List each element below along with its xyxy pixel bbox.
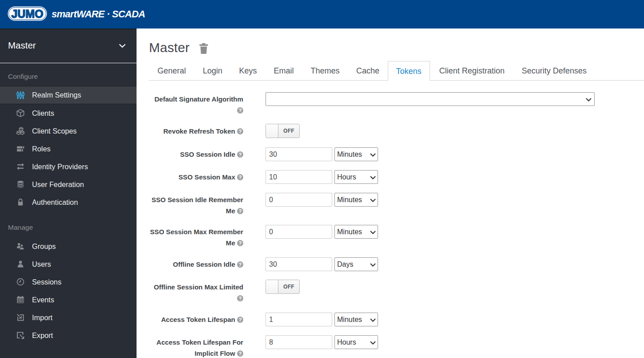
svg-text:?: ?	[238, 108, 242, 113]
svg-text:?: ?	[238, 240, 242, 246]
svg-text:JUMO: JUMO	[12, 8, 44, 20]
svg-text:?: ?	[238, 129, 242, 134]
svg-text:?: ?	[238, 208, 242, 214]
svg-text:?: ?	[238, 317, 242, 322]
svg-text:?: ?	[238, 152, 242, 157]
svg-text:?: ?	[238, 175, 242, 180]
svg-text:?: ?	[238, 262, 242, 267]
svg-text:?: ?	[238, 296, 242, 301]
svg-text:?: ?	[238, 351, 242, 356]
